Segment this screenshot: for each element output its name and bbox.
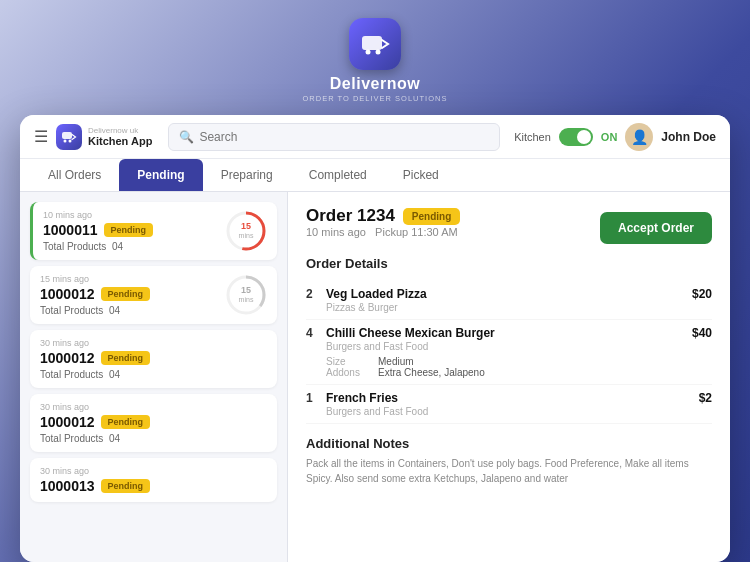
notes-section: Additional Notes Pack all the items in C… <box>306 436 712 486</box>
timer-1: 15 mins <box>225 210 267 252</box>
logo-small <box>56 124 82 150</box>
item-price-1: $20 <box>680 287 712 301</box>
brand-logo <box>349 18 401 70</box>
item-price-2: $40 <box>680 326 712 340</box>
order-info-3: 30 mins ago 1000012 Pending Total Produc… <box>40 338 267 380</box>
order-status-badge: Pending <box>403 208 460 225</box>
order-total-1: Total Products 04 <box>43 241 225 252</box>
main-content: 10 mins ago 1000011 Pending Total Produc… <box>20 192 730 562</box>
notes-title: Additional Notes <box>306 436 712 451</box>
avatar: 👤 <box>625 123 653 151</box>
item-desc-3: French Fries Burgers and Fast Food <box>326 391 680 417</box>
order-id-row-1: 1000011 Pending <box>43 222 225 238</box>
tab-all-orders[interactable]: All Orders <box>30 159 119 191</box>
svg-point-2 <box>375 50 380 55</box>
item-qty-3: 1 <box>306 391 326 405</box>
hamburger-icon[interactable]: ☰ <box>34 127 48 146</box>
item-row-2: 4 Chilli Cheese Mexican Burger Burgers a… <box>306 320 712 385</box>
order-title-block: Order 1234 Pending 10 mins ago Pickup 11… <box>306 206 460 250</box>
search-icon: 🔍 <box>179 130 194 144</box>
order-card-4[interactable]: 30 mins ago 1000012 Pending Total Produc… <box>30 394 277 452</box>
order-info-5: 30 mins ago 1000013 Pending <box>40 466 267 494</box>
order-subtitle: 10 mins ago Pickup 11:30 AM <box>306 226 460 238</box>
order-info-1: 10 mins ago 1000011 Pending Total Produc… <box>43 210 225 252</box>
order-total-2: Total Products 04 <box>40 305 225 316</box>
tab-completed[interactable]: Completed <box>291 159 385 191</box>
order-id-row-5: 1000013 Pending <box>40 478 267 494</box>
item-row-3: 1 French Fries Burgers and Fast Food $2 <box>306 385 712 424</box>
order-title-row: Order 1234 Pending <box>306 206 460 226</box>
item-addon-addons: Addons Extra Cheese, Jalapeno <box>326 367 680 378</box>
svg-rect-0 <box>362 36 382 50</box>
accept-order-button[interactable]: Accept Order <box>600 212 712 244</box>
order-card-2[interactable]: 15 mins ago 1000012 Pending Total Produc… <box>30 266 277 324</box>
item-qty-1: 2 <box>306 287 326 301</box>
item-name-1: Veg Loaded Pizza <box>326 287 680 301</box>
item-price-3: $2 <box>680 391 712 405</box>
search-input[interactable] <box>199 130 489 144</box>
detail-header: Order 1234 Pending 10 mins ago Pickup 11… <box>306 206 712 250</box>
app-window: ☰ Delivernow uk Kitchen App 🔍 Kitchen ON… <box>20 115 730 562</box>
order-detail: Order 1234 Pending 10 mins ago Pickup 11… <box>288 192 730 562</box>
brand-name: Delivernow <box>330 75 420 93</box>
order-id-2: 1000012 <box>40 286 95 302</box>
order-card-5[interactable]: 30 mins ago 1000013 Pending <box>30 458 277 502</box>
order-details-title: Order Details <box>306 256 712 271</box>
order-id-row-4: 1000012 Pending <box>40 414 267 430</box>
item-desc-2: Chilli Cheese Mexican Burger Burgers and… <box>326 326 680 378</box>
svg-rect-3 <box>62 132 72 139</box>
order-id-4: 1000012 <box>40 414 95 430</box>
order-card-3[interactable]: 30 mins ago 1000012 Pending Total Produc… <box>30 330 277 388</box>
app-name-label: Kitchen App <box>88 135 152 147</box>
order-badge-4: Pending <box>101 415 151 429</box>
order-time-4: 30 mins ago <box>40 402 267 412</box>
company-label: Delivernow uk <box>88 126 152 135</box>
kitchen-toggle[interactable] <box>559 128 593 146</box>
item-desc-1: Veg Loaded Pizza Pizzas & Burger <box>326 287 680 313</box>
item-row-1: 2 Veg Loaded Pizza Pizzas & Burger $20 <box>306 281 712 320</box>
item-name-2: Chilli Cheese Mexican Burger <box>326 326 680 340</box>
order-id-row-2: 1000012 Pending <box>40 286 225 302</box>
order-time-5: 30 mins ago <box>40 466 267 476</box>
svg-point-5 <box>69 139 72 142</box>
tab-preparing[interactable]: Preparing <box>203 159 291 191</box>
orders-list: 10 mins ago 1000011 Pending Total Produc… <box>20 192 288 562</box>
user-name: John Doe <box>661 130 716 144</box>
item-category-3: Burgers and Fast Food <box>326 406 680 417</box>
order-badge-1: Pending <box>104 223 154 237</box>
app-name-small: Delivernow uk Kitchen App <box>88 126 152 147</box>
order-id-3: 1000012 <box>40 350 95 366</box>
top-bar: ☰ Delivernow uk Kitchen App 🔍 Kitchen ON… <box>20 115 730 159</box>
timer-2: 15 mins <box>225 274 267 316</box>
order-info-2: 15 mins ago 1000012 Pending Total Produc… <box>40 274 225 316</box>
order-card-1[interactable]: 10 mins ago 1000011 Pending Total Produc… <box>30 202 277 260</box>
order-time-3: 30 mins ago <box>40 338 267 348</box>
order-info-4: 30 mins ago 1000012 Pending Total Produc… <box>40 402 267 444</box>
order-id-1: 1000011 <box>43 222 98 238</box>
tab-picked[interactable]: Picked <box>385 159 457 191</box>
svg-point-1 <box>365 50 370 55</box>
svg-point-4 <box>64 139 67 142</box>
order-title: Order 1234 <box>306 206 395 226</box>
item-category-1: Pizzas & Burger <box>326 302 680 313</box>
item-addons-2: Size Medium Addons Extra Cheese, Jalapen… <box>326 356 680 378</box>
order-total-3: Total Products 04 <box>40 369 267 380</box>
brand-header: Delivernow ORDER TO DELIVER SOLUTIONS <box>303 18 448 103</box>
order-time-2: 15 mins ago <box>40 274 225 284</box>
item-qty-2: 4 <box>306 326 326 340</box>
tab-pending[interactable]: Pending <box>119 159 202 191</box>
order-badge-3: Pending <box>101 351 151 365</box>
order-id-row-3: 1000012 Pending <box>40 350 267 366</box>
order-total-4: Total Products 04 <box>40 433 267 444</box>
brand-tagline: ORDER TO DELIVER SOLUTIONS <box>303 94 448 103</box>
search-bar[interactable]: 🔍 <box>168 123 500 151</box>
item-addon-size: Size Medium <box>326 356 680 367</box>
toggle-on-label: ON <box>601 131 618 143</box>
order-id-5: 1000013 <box>40 478 95 494</box>
item-category-2: Burgers and Fast Food <box>326 341 680 352</box>
notes-text: Pack all the items in Containers, Don't … <box>306 456 712 486</box>
right-controls: Kitchen ON 👤 John Doe <box>514 123 716 151</box>
order-badge-5: Pending <box>101 479 151 493</box>
order-time-1: 10 mins ago <box>43 210 225 220</box>
kitchen-label: Kitchen <box>514 131 551 143</box>
